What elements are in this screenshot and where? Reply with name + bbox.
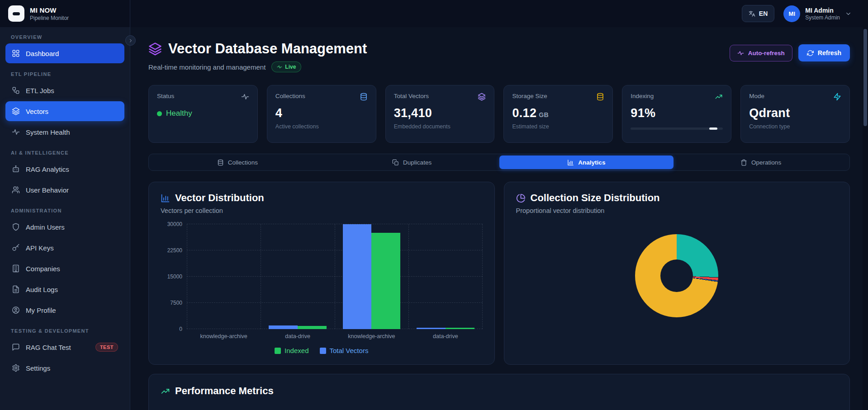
tab-duplicates[interactable]: Duplicates — [325, 156, 499, 169]
user-role: System Admin — [805, 14, 840, 21]
panel-title-text: Performance Metrics — [175, 385, 274, 397]
bar-plot — [187, 224, 483, 329]
stat-label: Status — [157, 93, 174, 99]
bar-chart-y-axis: 07500150002250030000 — [161, 224, 187, 329]
nav-section-label: ETL PIPELINE — [11, 71, 119, 77]
collection-size-panel: Collection Size Distribution Proportiona… — [504, 182, 850, 365]
stat-sublabel: Active collections — [275, 123, 368, 130]
sidebar-nav: OVERVIEWDashboardETL PIPELINEETL JobsVec… — [0, 27, 130, 410]
bar-chart-legend: IndexedTotal Vectors — [161, 347, 483, 354]
database-icon — [217, 159, 224, 166]
total-vectors-bar — [269, 325, 298, 329]
workflow-icon — [12, 86, 20, 94]
nav-section-label: OVERVIEW — [11, 34, 119, 40]
indexing-progress-thumb — [709, 127, 717, 130]
sidebar-item-system-health[interactable]: System Health — [5, 122, 124, 142]
stat-sublabel: Estimated size — [512, 123, 604, 130]
indexing-progress — [631, 127, 723, 130]
main-area: EN MI MI Admin System Admin Vector Datab… — [130, 0, 868, 410]
sidebar-item-label: User Behavior — [26, 186, 69, 194]
y-axis-tick: 22500 — [167, 247, 182, 254]
tab-label: Collections — [228, 159, 258, 166]
test-badge: TEST — [95, 343, 118, 352]
database-icon — [596, 93, 604, 101]
total-vectors-bar — [417, 328, 446, 329]
stat-value: Qdrant — [749, 106, 841, 120]
trending-up-icon — [715, 93, 723, 101]
file-text-icon — [12, 285, 20, 293]
refresh-button[interactable]: Refresh — [798, 44, 850, 61]
activity-icon — [241, 93, 249, 101]
sidebar-item-label: Vectors — [26, 108, 48, 115]
panel-title-text: Vector Distribution — [175, 192, 264, 204]
donut-chart — [635, 234, 718, 317]
bar-chart-x-labels: knowledge-archivedata-driveknowledge-arc… — [187, 333, 483, 339]
donut-wrap — [516, 234, 838, 317]
sidebar-item-rag-analytics[interactable]: RAG Analytics — [5, 159, 124, 179]
scrollbar-thumb[interactable] — [863, 29, 867, 126]
status-text: Healthy — [166, 109, 192, 118]
tab-collections[interactable]: Collections — [150, 156, 325, 169]
copy-icon — [392, 159, 399, 166]
sidebar-item-label: Dashboard — [26, 50, 59, 57]
user-text: MI Admin System Admin — [805, 7, 840, 21]
stat-value-text: 4 — [275, 106, 282, 120]
legend-item-indexed[interactable]: Indexed — [275, 347, 308, 354]
tab-label: Analytics — [578, 159, 605, 166]
x-axis-label: knowledge-archive — [187, 333, 261, 339]
stats-row: StatusHealthyCollections4Active collecti… — [148, 85, 850, 143]
sidebar-item-rag-chat-test[interactable]: RAG Chat TestTEST — [5, 337, 124, 357]
sidebar-item-api-keys[interactable]: API Keys — [5, 238, 124, 258]
stat-card-header: Mode — [749, 93, 841, 101]
user-menu[interactable]: MI MI Admin System Admin — [783, 5, 852, 22]
nav-section-label: ADMINISTRATION — [11, 208, 119, 213]
stat-card-header: Storage Size — [512, 93, 604, 101]
stat-label: Storage Size — [512, 93, 547, 99]
sidebar-item-audit-logs[interactable]: Audit Logs — [5, 279, 124, 299]
trending-up-icon — [161, 386, 170, 396]
layers-icon — [12, 107, 20, 115]
database-icon — [360, 93, 368, 101]
stat-card-collections: Collections4Active collections — [267, 85, 376, 143]
pie-chart-icon — [516, 193, 526, 203]
stat-card-header: Collections — [275, 93, 368, 101]
sidebar-item-user-behavior[interactable]: User Behavior — [5, 180, 124, 200]
tab-label: Operations — [751, 159, 781, 166]
sidebar-item-admin-users[interactable]: Admin Users — [5, 217, 124, 237]
languages-icon — [749, 10, 755, 17]
legend-item-total-vectors[interactable]: Total Vectors — [320, 347, 369, 354]
sidebar-item-settings[interactable]: Settings — [5, 358, 124, 378]
pulse-icon — [737, 50, 744, 57]
stat-card-indexing: Indexing91% — [622, 85, 731, 143]
bar-group — [187, 224, 261, 329]
sidebar-item-label: RAG Chat Test — [26, 344, 71, 351]
sidebar-item-dashboard[interactable]: Dashboard — [5, 43, 124, 63]
legend-label: Indexed — [285, 347, 308, 354]
language-label: EN — [759, 10, 768, 17]
sidebar-item-my-profile[interactable]: My Profile — [5, 300, 124, 320]
sidebar-collapse-button[interactable] — [125, 35, 136, 46]
bar-group — [335, 224, 408, 329]
sidebar-item-vectors[interactable]: Vectors — [5, 101, 124, 121]
auto-refresh-button[interactable]: Auto-refresh — [730, 45, 792, 61]
tab-operations[interactable]: Operations — [674, 156, 848, 169]
stat-label: Collections — [275, 93, 305, 99]
page-title-text: Vector Database Management — [168, 41, 367, 57]
indexed-bar — [298, 326, 327, 329]
stat-card-mode: ModeQdrantConnection type — [740, 85, 850, 143]
tab-analytics[interactable]: Analytics — [499, 156, 674, 169]
tab-label: Duplicates — [403, 159, 432, 166]
y-axis-tick: 0 — [179, 326, 182, 332]
x-axis-label: data-drive — [408, 333, 482, 339]
status-dot — [157, 111, 162, 116]
sidebar: MI NOW Pipeline Monitor OVERVIEWDashboar… — [0, 0, 130, 410]
x-axis-label: knowledge-archive — [335, 333, 408, 339]
page-scrollbar — [863, 0, 868, 410]
stat-label: Total Vectors — [394, 93, 429, 99]
bar-chart-icon — [161, 193, 170, 203]
sidebar-item-etl-jobs[interactable]: ETL Jobs — [5, 80, 124, 100]
language-button[interactable]: EN — [742, 5, 774, 22]
bar-chart-area: 07500150002250030000 — [161, 224, 483, 329]
indexed-bar — [371, 233, 400, 329]
sidebar-item-companies[interactable]: Companies — [5, 259, 124, 278]
